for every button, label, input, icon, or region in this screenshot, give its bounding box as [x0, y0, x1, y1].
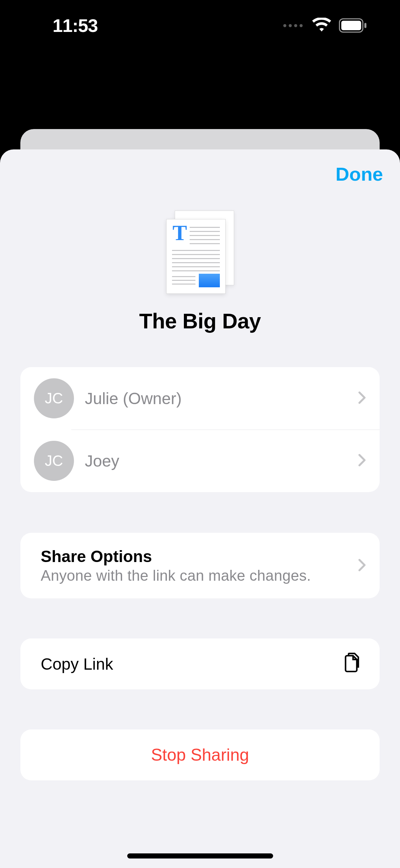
copy-icon [342, 653, 360, 675]
person-row[interactable]: JC Joey [20, 430, 380, 492]
svg-rect-2 [364, 23, 366, 28]
status-indicators [283, 18, 368, 33]
cellular-indicator [283, 24, 303, 27]
avatar: JC [34, 441, 74, 481]
share-options-card[interactable]: Share Options Anyone with the link can m… [20, 533, 380, 598]
status-time: 11:53 [53, 15, 98, 36]
svg-rect-1 [341, 21, 361, 30]
battery-icon [339, 18, 368, 33]
share-sheet: Done T The Big Day JC Julie (Owner) [0, 149, 400, 868]
status-bar: 11:53 [0, 0, 400, 51]
document-icon: T [0, 211, 400, 294]
chevron-right-icon [358, 388, 366, 408]
person-name: Joey [85, 452, 358, 470]
copy-link-card[interactable]: Copy Link [20, 638, 380, 689]
avatar: JC [34, 378, 74, 418]
person-row-owner[interactable]: JC Julie (Owner) [20, 367, 380, 430]
done-button[interactable]: Done [336, 163, 383, 194]
share-options-subtitle: Anyone with the link can make changes. [41, 567, 358, 584]
document-title: The Big Day [0, 309, 400, 333]
copy-link-label: Copy Link [41, 655, 342, 673]
chevron-right-icon [358, 556, 366, 576]
people-list: JC Julie (Owner) JC Joey [20, 367, 380, 492]
wifi-icon [312, 18, 331, 33]
stop-sharing-label: Stop Sharing [151, 745, 249, 765]
stop-sharing-card[interactable]: Stop Sharing [20, 729, 380, 780]
chevron-right-icon [358, 451, 366, 471]
home-indicator[interactable] [127, 853, 273, 858]
share-options-title: Share Options [41, 547, 358, 566]
person-name: Julie (Owner) [85, 389, 358, 408]
